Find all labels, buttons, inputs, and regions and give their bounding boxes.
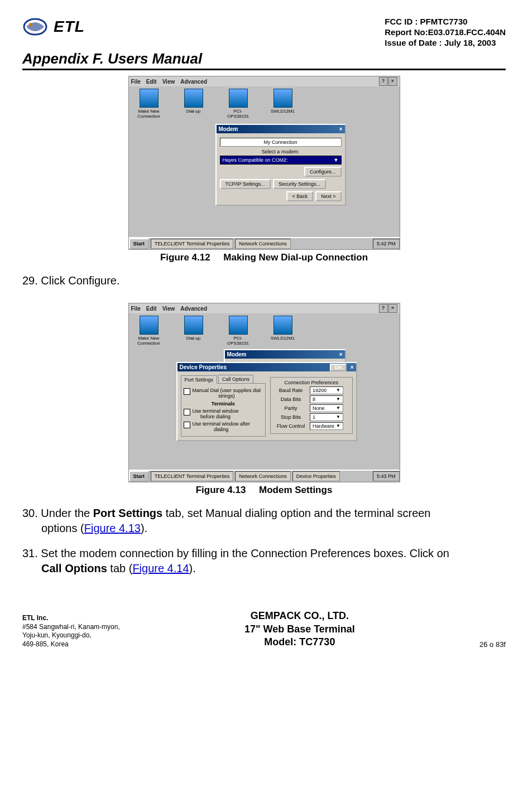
screenshot-4-12: File Edit View Advanced ? × Make New Con… [128, 76, 400, 250]
page-header: ETL FCC ID : PFMTC7730 Report No:E03.071… [22, 17, 506, 48]
icon-dialup[interactable]: Dial-up [177, 316, 210, 346]
screenshot-4-13: File Edit View Advanced ? × Make New Con… [128, 303, 400, 482]
stop-bits-row[interactable]: Stop Bits1▼ [274, 413, 349, 421]
menu-edit[interactable]: Edit [146, 306, 157, 312]
security-button[interactable]: Security Settings... [273, 179, 326, 189]
appendix-title: Appendix F. Users Manual [22, 50, 506, 67]
modem-dialog: Modem × My Connection Select a modem: Ha… [215, 124, 346, 206]
close-icon[interactable]: × [388, 77, 397, 86]
tab-port-settings[interactable]: Port Settings [181, 375, 218, 384]
dialog-title: Modem [219, 126, 238, 132]
icon-swld[interactable]: SWLD12M1 [266, 316, 300, 346]
close-icon[interactable]: × [388, 304, 397, 313]
fcc-id: FCC ID : PFMTC7730 [385, 17, 506, 27]
ok-button[interactable]: OK [330, 364, 347, 371]
flow-control-row[interactable]: Flow ControlHardware▼ [274, 422, 349, 430]
modem-select[interactable]: Hayes Compatible on COM2:▼ [220, 156, 342, 165]
parity-row[interactable]: ParityNone▼ [274, 404, 349, 412]
menu-file[interactable]: File [131, 79, 141, 85]
issue-date: Issue of Date : July 18, 2003 [385, 38, 506, 49]
menu-advanced[interactable]: Advanced [180, 79, 207, 85]
next-button[interactable]: Next > [315, 191, 341, 201]
manual-dial-checkbox[interactable]: Manual Dial (user supplies dial strings) [184, 388, 263, 399]
figure-4-12: File Edit View Advanced ? × Make New Con… [22, 76, 506, 263]
figure-caption: Figure 4.13 Modem Settings [22, 485, 506, 496]
device-properties-dialog: Device Properties OK × Port Settings Cal… [176, 362, 357, 441]
svg-point-1 [29, 23, 32, 26]
taskbar-app[interactable]: Network Connections [235, 239, 291, 249]
start-button[interactable]: Start [129, 238, 150, 249]
icon-swld[interactable]: SWLD12M1 [266, 89, 300, 119]
taskbar-app[interactable]: TELECLIENT Terminal Properties [151, 239, 233, 249]
configure-button[interactable]: Configure... [304, 167, 342, 177]
menubar: File Edit View Advanced ? × [129, 303, 400, 313]
tray-clock: 5:43 PM [373, 471, 400, 481]
connection-name-field[interactable]: My Connection [220, 138, 342, 147]
dialog-titlebar: Modem × [217, 125, 345, 133]
tcpip-button[interactable]: TCP/IP Settings... [220, 179, 271, 189]
icon-pci[interactable]: PCI- OPS38151 [222, 89, 255, 119]
help-icon[interactable]: ? [379, 77, 388, 86]
header-meta: FCC ID : PFMTC7730 Report No:E03.0718.FC… [385, 17, 506, 48]
figure-4-13-link[interactable]: Figure 4.13 [84, 522, 141, 534]
back-button[interactable]: < Back [286, 191, 313, 201]
logo-text: ETL [54, 18, 85, 36]
page-footer: ETL Inc. #584 Sangwhal-ri, Kanam-myon, Y… [22, 610, 506, 649]
close-icon[interactable]: × [351, 364, 354, 370]
page-number: 26 o 83f [479, 640, 506, 649]
connection-preferences: Connection Preferences Baud Rate19200▼ D… [270, 377, 353, 434]
step-30: 30. Under the Port Settings tab, set Man… [22, 506, 506, 536]
menu-view[interactable]: View [162, 306, 175, 312]
icon-dialup[interactable]: Dial-up [177, 89, 210, 119]
taskbar-app[interactable]: TELECLIENT Terminal Properties [151, 471, 233, 481]
step-29: 29. Click Configure. [22, 273, 506, 288]
step-31: 31. Set the modem connection by filling … [22, 546, 506, 576]
footer-center: GEMPACK CO., LTD. 17" Web Base Terminal … [244, 610, 355, 649]
menu-file[interactable]: File [131, 306, 141, 312]
terminal-after-checkbox[interactable]: Use terminal window after dialing [184, 421, 263, 432]
taskbar: Start TELECLIENT Terminal Properties Net… [129, 470, 400, 482]
dialog-title: Device Properties [180, 364, 227, 370]
footer-left: ETL Inc. #584 Sangwhal-ri, Kanam-myon, Y… [22, 614, 120, 649]
logo: ETL [22, 17, 85, 37]
figure-4-13: File Edit View Advanced ? × Make New Con… [22, 303, 506, 496]
close-icon[interactable]: × [339, 126, 343, 132]
taskbar-app[interactable]: Device Properties [292, 471, 340, 481]
dialog-titlebar: Device Properties OK × [177, 363, 356, 371]
tab-call-options[interactable]: Call Options [218, 375, 253, 383]
header-divider [22, 69, 506, 70]
menu-edit[interactable]: Edit [146, 79, 157, 85]
dialog-titlebar: Modem × [225, 350, 345, 359]
desktop-icons: Make New Connection Dial-up PCI- OPS3815… [132, 316, 300, 346]
terminals-label: Terminals [184, 401, 263, 407]
menu-view[interactable]: View [162, 79, 175, 85]
taskbar: Start TELECLIENT Terminal Properties Net… [129, 237, 400, 249]
select-modem-label: Select a modem: [220, 149, 342, 154]
logo-icon [22, 17, 50, 37]
desktop-icons: Make New Connection Dial-up PCI- OPS3815… [132, 89, 300, 119]
menu-advanced[interactable]: Advanced [180, 306, 207, 312]
figure-4-14-link[interactable]: Figure 4.14 [132, 562, 189, 574]
icon-make-new-conn[interactable]: Make New Connection [132, 89, 166, 119]
baud-rate-row[interactable]: Baud Rate19200▼ [274, 386, 349, 394]
icon-make-new-conn[interactable]: Make New Connection [132, 316, 166, 346]
figure-caption: Figure 4.12 Making New Dial-up Connectio… [22, 252, 506, 263]
icon-pci[interactable]: PCI- OPS38151 [222, 316, 255, 346]
report-no: Report No:E03.0718.FCC.404N [385, 27, 506, 38]
menubar: File Edit View Advanced ? × [129, 76, 400, 86]
data-bits-row[interactable]: Data Bits8▼ [274, 395, 349, 403]
tray-clock: 5:42 PM [373, 239, 400, 249]
close-icon[interactable]: × [339, 351, 343, 357]
help-icon[interactable]: ? [379, 304, 388, 313]
taskbar-app[interactable]: Network Connections [235, 471, 291, 481]
start-button[interactable]: Start [129, 471, 150, 482]
terminal-before-checkbox[interactable]: Use terminal window before dialing [184, 408, 263, 419]
